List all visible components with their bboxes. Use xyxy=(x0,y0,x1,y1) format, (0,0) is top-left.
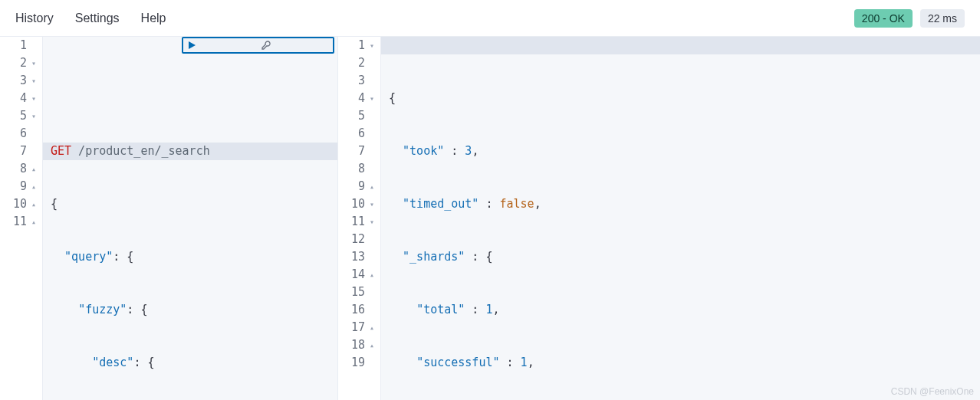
line-number: 13 xyxy=(351,248,365,266)
menu-settings[interactable]: Settings xyxy=(75,11,120,25)
code-text: "fuzzy" xyxy=(78,303,127,316)
fold-toggle-icon[interactable]: ▾ xyxy=(367,213,374,231)
request-actions xyxy=(182,37,334,54)
line-number: 11 xyxy=(13,213,27,231)
code-text: false xyxy=(500,197,534,211)
code-text: "took" xyxy=(403,144,444,158)
line-number: 5 xyxy=(20,107,27,125)
editor-panes: 1 2▾ 3▾ 4▾ 5▾ 6 7 8▴ 9▴ 10▴ 11▴ GET /pro… xyxy=(0,37,980,400)
line-number: 6 xyxy=(358,125,365,143)
request-pane: 1 2▾ 3▾ 4▾ 5▾ 6 7 8▴ 9▴ 10▴ 11▴ GET /pro… xyxy=(0,37,337,400)
line-number: 16 xyxy=(351,301,365,319)
response-gutter: 1▾ 2 3 4▾ 5 6 7 8 9▴ 10▾ 11▾ 12 13 14▴ 1… xyxy=(338,37,381,400)
code-text: : { xyxy=(127,303,147,316)
request-editor[interactable]: GET /product_en/_search { "query": { "fu… xyxy=(43,37,337,400)
fold-toggle-icon[interactable]: ▴ xyxy=(367,178,374,195)
active-line-highlight xyxy=(381,37,980,54)
http-method: GET xyxy=(51,144,71,158)
code-text: "total" xyxy=(416,303,465,316)
code-text: , xyxy=(528,356,534,369)
code-text: : xyxy=(465,303,485,316)
fold-toggle-icon[interactable]: ▴ xyxy=(367,319,374,336)
line-number: 17 xyxy=(351,319,365,336)
fold-toggle-icon[interactable]: ▾ xyxy=(28,90,36,107)
run-query-icon[interactable] xyxy=(186,5,255,86)
line-number: 15 xyxy=(351,284,365,301)
line-number: 3 xyxy=(20,72,27,90)
line-number: 18 xyxy=(351,336,365,354)
line-number: 19 xyxy=(351,354,365,372)
request-gutter: 1 2▾ 3▾ 4▾ 5▾ 6 7 8▴ 9▴ 10▴ 11▴ xyxy=(0,37,43,400)
code-text: : xyxy=(500,356,521,369)
request-path: /product_en/_search xyxy=(71,144,210,158)
watermark-text: CSDN @FeenixOne xyxy=(891,386,974,397)
line-number: 6 xyxy=(20,125,27,143)
line-number: 5 xyxy=(358,107,365,125)
code-text: : { xyxy=(133,356,154,369)
code-text: "timed_out" xyxy=(403,197,478,211)
fold-toggle-icon[interactable]: ▾ xyxy=(367,37,374,54)
fold-toggle-icon[interactable]: ▴ xyxy=(28,213,36,231)
line-number: 10 xyxy=(351,195,365,213)
menu-left: History Settings Help xyxy=(15,11,166,25)
status-badge: 200 - OK xyxy=(854,9,913,28)
line-number: 9 xyxy=(358,178,365,195)
line-number: 8 xyxy=(20,160,27,178)
line-number: 1 xyxy=(20,37,27,54)
code-text: "_shards" xyxy=(403,250,465,264)
line-number: 7 xyxy=(20,143,27,160)
timing-badge: 22 ms xyxy=(920,9,965,28)
fold-toggle-icon[interactable]: ▾ xyxy=(28,54,36,72)
svg-marker-0 xyxy=(189,41,196,49)
code-text: { xyxy=(389,90,396,107)
fold-toggle-icon[interactable]: ▾ xyxy=(28,72,36,90)
wrench-icon[interactable] xyxy=(261,5,330,86)
code-text: , xyxy=(534,197,541,211)
code-text: "query" xyxy=(64,250,113,264)
code-text: : xyxy=(478,197,499,211)
fold-toggle-icon[interactable]: ▴ xyxy=(367,266,374,284)
code-text: 1 xyxy=(521,356,528,369)
line-number: 7 xyxy=(358,143,365,160)
code-text: : { xyxy=(465,250,492,264)
code-text: , xyxy=(472,144,478,158)
line-number: 10 xyxy=(13,195,27,213)
code-text: "desc" xyxy=(92,356,133,369)
code-text: "successful" xyxy=(416,356,499,369)
line-number: 4 xyxy=(358,90,365,107)
fold-toggle-icon[interactable]: ▴ xyxy=(28,160,36,178)
menu-help[interactable]: Help xyxy=(141,11,166,25)
fold-toggle-icon[interactable]: ▾ xyxy=(28,107,36,125)
line-number: 8 xyxy=(358,160,365,178)
fold-toggle-icon[interactable]: ▾ xyxy=(367,195,374,213)
code-text: , xyxy=(492,303,499,316)
fold-toggle-icon[interactable]: ▴ xyxy=(367,336,374,354)
line-number: 12 xyxy=(351,231,365,248)
line-number: 14 xyxy=(351,266,365,284)
fold-toggle-icon[interactable]: ▾ xyxy=(367,90,374,107)
line-number: 2 xyxy=(358,54,365,72)
line-number: 1 xyxy=(358,37,365,54)
top-menu-bar: History Settings Help 200 - OK 22 ms xyxy=(0,0,980,37)
line-number: 3 xyxy=(358,72,365,90)
line-number: 9 xyxy=(20,178,27,195)
line-number: 2 xyxy=(20,54,27,72)
response-viewer[interactable]: { "took" : 3, "timed_out" : false, "_sha… xyxy=(381,37,980,400)
code-text: : xyxy=(444,144,465,158)
line-number: 4 xyxy=(20,90,27,107)
line-number: 11 xyxy=(351,213,365,231)
menu-history[interactable]: History xyxy=(15,11,54,25)
code-text: : { xyxy=(113,250,133,264)
code-text: { xyxy=(51,195,58,213)
response-pane: 1▾ 2 3 4▾ 5 6 7 8 9▴ 10▾ 11▾ 12 13 14▴ 1… xyxy=(337,37,980,400)
fold-toggle-icon[interactable]: ▴ xyxy=(28,178,36,195)
fold-toggle-icon[interactable]: ▴ xyxy=(28,195,36,213)
